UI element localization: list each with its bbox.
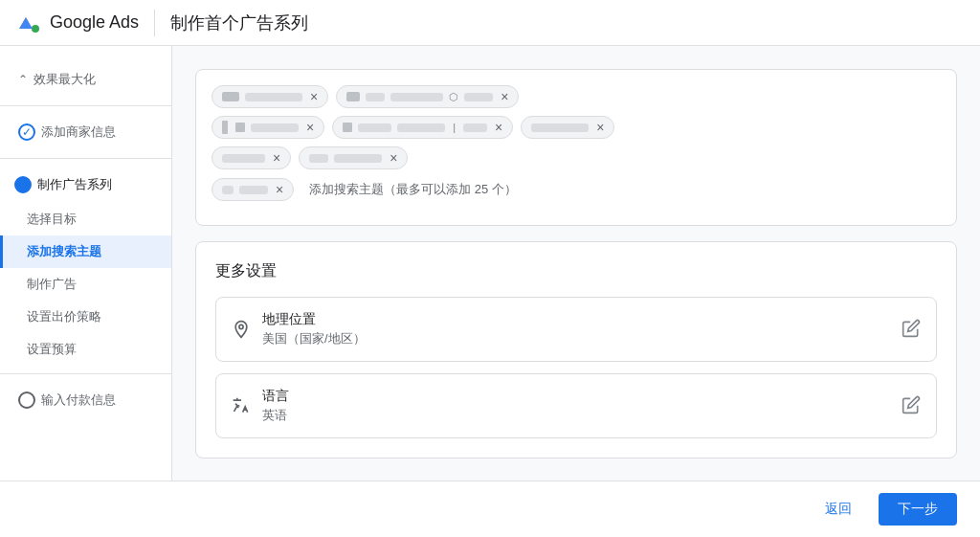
tag-2-dot: ⬡: [449, 91, 458, 103]
settings-row-lang[interactable]: 语言 英语: [215, 373, 937, 438]
make-ad-label: 制作广告: [27, 277, 77, 291]
tag-4-text-3: [463, 123, 487, 132]
tag-6-close[interactable]: ×: [273, 151, 280, 165]
more-settings-card: 更多设置 地理位置 美国（国家/地区）: [195, 241, 957, 459]
sidebar-item-make-ad[interactable]: 制作广告: [0, 268, 171, 301]
tag-2-close[interactable]: ×: [501, 90, 508, 103]
tag-5-close[interactable]: ×: [596, 121, 604, 134]
tag-4[interactable]: | ×: [332, 116, 513, 139]
main-content: × ⬡ × ×: [172, 46, 980, 537]
sidebar: ⌃ 效果最大化 ✓ 添加商家信息 制作广告系列 选择目标 添加搜索主题 制作广告: [0, 46, 172, 537]
sidebar-item-select-goal[interactable]: 选择目标: [0, 203, 171, 235]
budget-label: 设置预算: [27, 342, 77, 356]
more-settings-title: 更多设置: [215, 261, 937, 281]
tag-7-text-1: [309, 154, 328, 163]
tag-4-text-2: [397, 123, 445, 132]
tag-7-close[interactable]: ×: [390, 151, 397, 165]
header-divider: [154, 10, 155, 36]
page-title: 制作首个广告系列: [170, 11, 308, 34]
sidebar-merchant-label: 添加商家信息: [41, 123, 116, 141]
geo-edit-icon[interactable]: [902, 319, 921, 341]
tag-8[interactable]: ×: [212, 178, 294, 201]
tag-2-text-3: [464, 93, 493, 101]
tag-7-text-2: [334, 154, 382, 163]
sidebar-item-payment[interactable]: 输入付款信息: [0, 382, 171, 418]
select-goal-label: 选择目标: [27, 212, 77, 226]
tag-8-text-1: [222, 186, 234, 194]
add-theme-hint-text: 添加搜索主题（最多可以添加 25 个）: [309, 181, 517, 198]
tag-3-icon: [235, 123, 245, 132]
tag-1-close[interactable]: ×: [310, 90, 318, 103]
tags-row-3: × ×: [212, 146, 941, 169]
language-icon: [232, 396, 251, 415]
tags-row-4: × 添加搜索主题（最多可以添加 25 个）: [212, 177, 941, 202]
tag-1-icon: [222, 92, 239, 101]
header: Google Ads 制作首个广告系列: [0, 0, 980, 46]
sidebar-item-efficiency[interactable]: ⌃ 效果最大化: [0, 61, 171, 98]
tag-2[interactable]: ⬡ ×: [336, 85, 519, 108]
tag-8-close[interactable]: ×: [276, 183, 283, 196]
tag-1[interactable]: ×: [212, 85, 328, 108]
location-icon: [232, 320, 251, 339]
geo-value: 美国（国家/地区）: [262, 330, 902, 347]
tag-5-text: [531, 123, 589, 132]
svg-point-0: [32, 25, 39, 33]
tag-8-text-2: [239, 186, 268, 194]
merchant-status-icon: ✓: [18, 123, 35, 141]
sidebar-payment-label: 输入付款信息: [41, 392, 116, 409]
tags-row-2: × | × ×: [212, 116, 941, 139]
tag-6[interactable]: ×: [212, 146, 291, 169]
sidebar-item-bid-strategy[interactable]: 设置出价策略: [0, 301, 171, 333]
sidebar-item-campaign[interactable]: 制作广告系列: [0, 167, 171, 203]
back-button[interactable]: 返回: [810, 493, 867, 526]
sidebar-campaign-label: 制作广告系列: [37, 176, 112, 193]
footer: 返回 下一步: [0, 481, 980, 537]
tags-card: × ⬡ × ×: [195, 69, 957, 226]
tag-3-close[interactable]: ×: [306, 121, 314, 134]
next-button[interactable]: 下一步: [879, 493, 957, 526]
lang-label: 语言: [262, 388, 902, 405]
tag-4-close[interactable]: ×: [495, 121, 502, 134]
chevron-icon: ⌃: [18, 73, 28, 86]
payment-status-icon: [18, 392, 35, 409]
lang-value: 英语: [262, 407, 902, 424]
sidebar-item-merchant[interactable]: ✓ 添加商家信息: [0, 114, 171, 150]
sidebar-item-budget[interactable]: 设置预算: [0, 333, 171, 366]
lang-content: 语言 英语: [262, 388, 902, 424]
tag-1-text: [245, 93, 302, 101]
logo-icon: [15, 10, 42, 36]
tag-2-icon: [346, 92, 360, 101]
lang-edit-icon[interactable]: [902, 395, 921, 417]
main-layout: ⌃ 效果最大化 ✓ 添加商家信息 制作广告系列 选择目标 添加搜索主题 制作广告: [0, 46, 980, 537]
tag-6-text: [222, 154, 265, 163]
tag-3[interactable]: ×: [212, 116, 324, 139]
tag-2-text-1: [366, 93, 385, 101]
add-theme-hint[interactable]: 添加搜索主题（最多可以添加 25 个）: [301, 177, 524, 202]
tag-5[interactable]: ×: [521, 116, 614, 139]
sidebar-divider-1: [0, 105, 171, 106]
bid-strategy-label: 设置出价策略: [27, 309, 101, 324]
logo-text: Google Ads: [50, 12, 139, 33]
tag-7[interactable]: ×: [299, 146, 408, 169]
add-theme-label: 添加搜索主题: [27, 244, 101, 258]
geo-content: 地理位置 美国（国家/地区）: [262, 311, 902, 347]
logo: Google Ads: [15, 10, 139, 36]
tag-4-pipe: |: [451, 122, 457, 133]
campaign-status-icon: [14, 176, 32, 193]
tag-4-icon: [343, 123, 352, 132]
settings-row-geo[interactable]: 地理位置 美国（国家/地区）: [215, 297, 937, 362]
sidebar-divider-2: [0, 158, 171, 159]
tag-3-text: [251, 123, 299, 132]
tag-4-text-1: [358, 123, 391, 132]
svg-point-1: [239, 324, 243, 328]
sidebar-item-add-theme[interactable]: 添加搜索主题: [0, 235, 171, 268]
tag-2-text-2: [390, 93, 443, 101]
sidebar-efficiency-label: 效果最大化: [33, 71, 96, 88]
tags-row-1: × ⬡ ×: [212, 85, 941, 108]
geo-label: 地理位置: [262, 311, 902, 328]
sidebar-divider-3: [0, 373, 171, 374]
tag-3-bar: [222, 121, 228, 134]
